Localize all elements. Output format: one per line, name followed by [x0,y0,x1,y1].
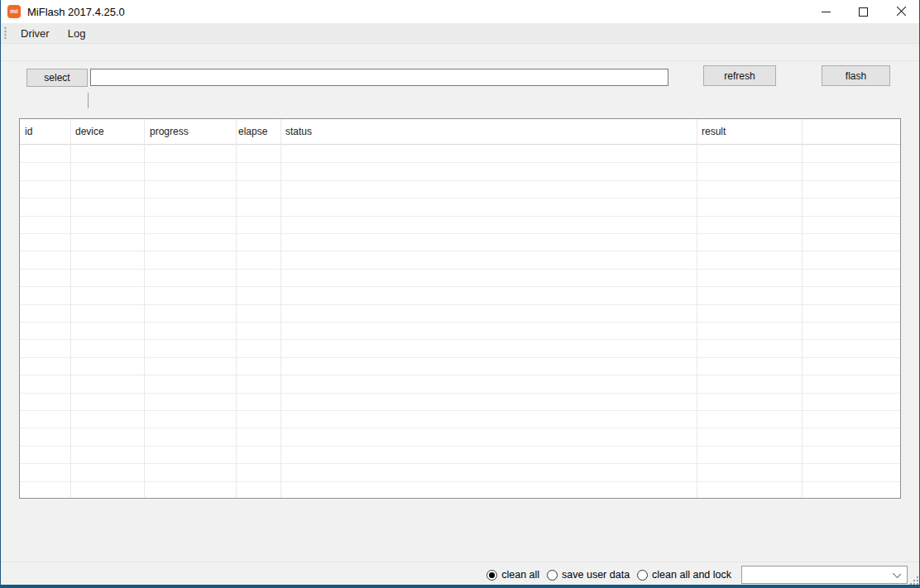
panel-divider [1,60,919,61]
column-divider [697,119,697,498]
radio-button-icon[interactable] [547,570,558,581]
resize-grip-icon[interactable] [910,576,918,585]
cursor-tick [88,93,89,108]
footer-options: clean all save user data clean all and l… [486,566,908,584]
column-header-id[interactable]: id [25,126,32,137]
maximize-icon [859,7,868,17]
column-divider [802,119,803,498]
xiaomi-mi-logo-icon: mi [7,5,21,18]
column-header-progress[interactable]: progress [150,126,189,137]
device-grid-body[interactable] [20,146,900,498]
window-controls [807,0,919,23]
close-icon [896,7,906,17]
close-button[interactable] [882,0,919,23]
column-divider [70,119,71,498]
column-divider [236,119,237,498]
menu-item-driver[interactable]: Driver [12,24,59,43]
title-bar: mi MiFlash 2017.4.25.0 [1,0,919,23]
column-header-status[interactable]: status [285,126,312,137]
firmware-path-input[interactable] [90,69,668,86]
radio-clean-all-and-lock[interactable]: clean all and lock [637,569,731,581]
column-header-elapse[interactable]: elapse [238,126,267,137]
radio-button-icon[interactable] [486,570,497,581]
radio-label[interactable]: save user data [562,569,630,581]
maximize-button[interactable] [845,0,882,23]
flash-button[interactable]: flash [822,65,890,86]
column-divider [280,119,281,498]
app-window: mi MiFlash 2017.4.25.0 Driver Log select… [0,0,920,588]
menu-bar: Driver Log [1,23,919,44]
radio-label[interactable]: clean all and lock [652,569,731,581]
radio-button-icon[interactable] [637,570,648,581]
menu-item-log[interactable]: Log [59,24,95,43]
window-title: MiFlash 2017.4.25.0 [27,6,125,18]
footer-divider [1,562,919,562]
radio-label[interactable]: clean all [501,569,539,581]
device-grid-header: id device progress elapse status result [20,119,900,145]
select-button[interactable]: select [26,69,88,87]
minimize-button[interactable] [807,0,845,23]
chevron-down-icon[interactable] [893,570,901,578]
toolbar-grip-icon[interactable] [4,26,7,40]
column-divider [144,119,145,498]
device-grid[interactable]: id device progress elapse status result [19,118,901,499]
script-combobox[interactable] [741,566,908,584]
minimize-icon [822,12,831,12]
refresh-button[interactable]: refresh [703,65,776,86]
column-header-device[interactable]: device [75,126,104,137]
column-header-result[interactable]: result [702,126,726,137]
radio-save-user-data[interactable]: save user data [547,569,630,581]
radio-clean-all[interactable]: clean all [486,569,539,581]
